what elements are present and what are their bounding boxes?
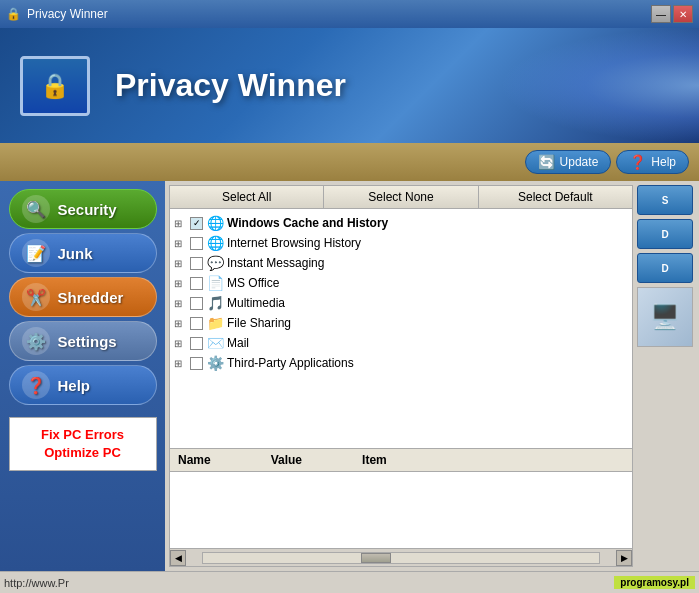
details-item-col: Item	[362, 453, 387, 467]
toolbar-strip: 🔄 Update ❓ Help	[0, 143, 699, 181]
shredder-icon: ✂️	[22, 283, 50, 311]
expand-icon: ⊞	[174, 338, 186, 349]
sidebar-shredder-label: Shredder	[58, 289, 124, 306]
update-button[interactable]: 🔄 Update	[525, 150, 612, 174]
mail-icon: ✉️	[207, 335, 223, 351]
ms-office-icon: 📄	[207, 275, 223, 291]
settings-icon: ⚙️	[22, 327, 50, 355]
expand-icon: ⊞	[174, 218, 186, 229]
app-logo: 🔒	[10, 41, 100, 131]
tree-checkbox[interactable]: ✓	[190, 217, 203, 230]
list-item[interactable]: ⊞ 📁 File Sharing	[170, 313, 632, 333]
sidebar-item-settings[interactable]: ⚙️ Settings	[9, 321, 157, 361]
list-item[interactable]: ⊞ 🌐 Internet Browsing History	[170, 233, 632, 253]
close-button[interactable]: ✕	[673, 5, 693, 23]
side-button-d1[interactable]: D	[637, 219, 693, 249]
help-button[interactable]: ❓ Help	[616, 150, 689, 174]
right-side-strip: S D D 🖥️	[637, 181, 699, 571]
sidebar-settings-label: Settings	[58, 333, 117, 350]
fix-pc-banner[interactable]: Fix PC Errors Optimize PC	[9, 417, 157, 471]
fix-pc-line1: Fix PC Errors	[18, 426, 148, 444]
tree-checkbox[interactable]	[190, 297, 203, 310]
help-label: Help	[651, 155, 676, 169]
tree-checkbox[interactable]	[190, 357, 203, 370]
list-item[interactable]: ⊞ ✓ 🌐 Windows Cache and History	[170, 213, 632, 233]
side-button-s[interactable]: S	[637, 185, 693, 215]
tree-item-label: Multimedia	[227, 296, 628, 310]
expand-icon: ⊞	[174, 358, 186, 369]
title-bar-left: 🔒 Privacy Winner	[6, 7, 108, 21]
list-item[interactable]: ⊞ ✉️ Mail	[170, 333, 632, 353]
title-bar: 🔒 Privacy Winner — ✕	[0, 0, 699, 28]
tree-item-label: Windows Cache and History	[227, 216, 628, 230]
scroll-area: ◀ ▶	[169, 549, 633, 567]
scroll-thumb[interactable]	[361, 553, 391, 563]
list-item[interactable]: ⊞ ⚙️ Third-Party Applications	[170, 353, 632, 373]
expand-icon: ⊞	[174, 318, 186, 329]
list-item[interactable]: ⊞ 📄 MS Office	[170, 273, 632, 293]
sidebar-help-label: Help	[58, 377, 91, 394]
details-panel: Name Value Item	[169, 449, 633, 549]
tree-item-label: Third-Party Applications	[227, 356, 628, 370]
list-item[interactable]: ⊞ 🎵 Multimedia	[170, 293, 632, 313]
multimedia-icon: 🎵	[207, 295, 223, 311]
tree-item-label: Mail	[227, 336, 628, 350]
fix-pc-line2: Optimize PC	[18, 444, 148, 462]
junk-icon: 📝	[22, 239, 50, 267]
minimize-button[interactable]: —	[651, 5, 671, 23]
logo-monitor: 🔒	[20, 56, 90, 116]
tree-body: ⊞ ✓ 🌐 Windows Cache and History ⊞ 🌐 Inte…	[170, 209, 632, 448]
file-sharing-icon: 📁	[207, 315, 223, 331]
security-icon: 🔍	[22, 195, 50, 223]
windows-cache-icon: 🌐	[207, 215, 223, 231]
content-row: 🔍 Security 📝 Junk ✂️ Shredder ⚙️ Setting…	[0, 181, 699, 571]
help-icon: ❓	[629, 154, 646, 170]
instant-messaging-icon: 💬	[207, 255, 223, 271]
tree-checkbox[interactable]	[190, 277, 203, 290]
tree-item-label: File Sharing	[227, 316, 628, 330]
tree-item-label: Instant Messaging	[227, 256, 628, 270]
title-bar-icon: 🔒	[6, 7, 21, 21]
right-content: Select All Select None Select Default ⊞ …	[165, 181, 637, 571]
select-all-button[interactable]: Select All	[170, 186, 324, 208]
tree-item-label: MS Office	[227, 276, 628, 290]
sidebar-security-label: Security	[58, 201, 117, 218]
side-image: 🖥️	[637, 287, 693, 347]
select-none-button[interactable]: Select None	[324, 186, 478, 208]
sidebar-item-help[interactable]: ❓ Help	[9, 365, 157, 405]
select-default-button[interactable]: Select Default	[479, 186, 632, 208]
help-sidebar-icon: ❓	[22, 371, 50, 399]
sidebar: 🔍 Security 📝 Junk ✂️ Shredder ⚙️ Setting…	[0, 181, 165, 571]
expand-icon: ⊞	[174, 238, 186, 249]
tree-checkbox[interactable]	[190, 237, 203, 250]
header-glow	[499, 28, 699, 143]
details-value-col: Value	[271, 453, 302, 467]
app-window: 🔒 Privacy Winner — ✕ 🔒 Privacy Winner 🔄 …	[0, 0, 699, 593]
sidebar-item-junk[interactable]: 📝 Junk	[9, 233, 157, 273]
expand-icon: ⊞	[174, 258, 186, 269]
window-title: Privacy Winner	[27, 7, 108, 21]
internet-browsing-icon: 🌐	[207, 235, 223, 251]
app-title: Privacy Winner	[115, 67, 346, 104]
tree-checkbox[interactable]	[190, 337, 203, 350]
status-url: http://www.Pr	[4, 577, 69, 589]
scroll-track[interactable]	[202, 552, 600, 564]
third-party-icon: ⚙️	[207, 355, 223, 371]
sidebar-item-security[interactable]: 🔍 Security	[9, 189, 157, 229]
tree-header: Select All Select None Select Default	[170, 186, 632, 209]
scroll-right-button[interactable]: ▶	[616, 550, 632, 566]
lock-icon: 🔒	[40, 72, 70, 100]
sidebar-item-shredder[interactable]: ✂️ Shredder	[9, 277, 157, 317]
tree-checkbox[interactable]	[190, 257, 203, 270]
sidebar-junk-label: Junk	[58, 245, 93, 262]
tree-panel: Select All Select None Select Default ⊞ …	[169, 185, 633, 449]
list-item[interactable]: ⊞ 💬 Instant Messaging	[170, 253, 632, 273]
side-button-d2[interactable]: D	[637, 253, 693, 283]
expand-icon: ⊞	[174, 298, 186, 309]
update-label: Update	[560, 155, 599, 169]
update-icon: 🔄	[538, 154, 555, 170]
tree-checkbox[interactable]	[190, 317, 203, 330]
scroll-left-button[interactable]: ◀	[170, 550, 186, 566]
tree-item-label: Internet Browsing History	[227, 236, 628, 250]
status-badge: programosy.pl	[614, 576, 695, 589]
